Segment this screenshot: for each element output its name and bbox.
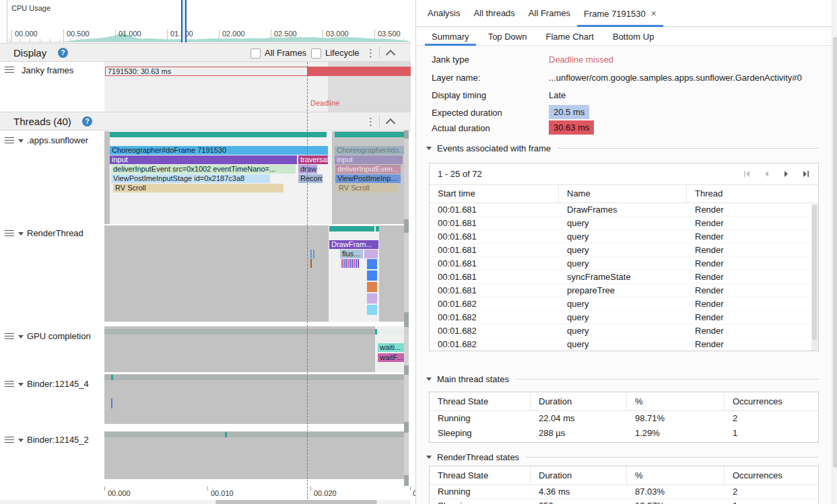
first-page-icon[interactable] — [743, 170, 751, 178]
events-table-scrollbar[interactable] — [811, 204, 818, 351]
triangle-down-icon[interactable] — [18, 383, 24, 386]
thread-label-gpu-completion[interactable]: GPU completion — [27, 331, 91, 341]
trace-event-rv-scroll[interactable]: RV Scroll — [113, 184, 283, 192]
table-row[interactable]: 00:01.681queryRender — [430, 217, 818, 230]
trace-event-rv-scroll-dim[interactable]: RV Scroll — [337, 184, 398, 192]
triangle-down-icon[interactable] — [18, 439, 24, 442]
subtab-top-down[interactable]: Top Down — [481, 28, 534, 46]
selection-range-handle[interactable] — [185, 0, 187, 42]
grip-icon[interactable] — [5, 381, 14, 388]
analysis-panel-scrollbar[interactable] — [832, 0, 837, 504]
thread-state-bar[interactable] — [376, 226, 379, 231]
trace-event-deliver-input-dim[interactable]: deliverInputEven... — [335, 165, 401, 174]
horizontal-scrollbar[interactable] — [0, 500, 411, 504]
grip-icon[interactable] — [5, 67, 14, 73]
table-row[interactable]: 00:01.682queryRender — [430, 324, 818, 338]
collapse-chevron-icon[interactable] — [386, 50, 395, 59]
thread-label-sunflower[interactable]: .apps.sunflower — [27, 135, 88, 145]
triangle-down-icon[interactable] — [18, 139, 24, 143]
grip-icon[interactable] — [5, 333, 14, 340]
thread-label-binder-4[interactable]: Binder:12145_4 — [27, 379, 89, 389]
previous-page-icon[interactable] — [762, 170, 771, 178]
column-header-percent[interactable]: % — [627, 466, 725, 484]
tab-all-threads[interactable]: All threads — [467, 0, 521, 27]
trace-event-input-dim[interactable]: input — [335, 155, 403, 164]
help-icon[interactable]: ? — [82, 116, 92, 127]
column-header-thread-state[interactable]: Thread State — [430, 466, 531, 484]
subtab-flame-chart[interactable]: Flame Chart — [539, 28, 601, 46]
tab-all-frames[interactable]: All Frames — [522, 0, 577, 27]
table-row[interactable]: 00:01.681queryRender — [430, 230, 818, 244]
thread-state-bar[interactable] — [335, 132, 404, 137]
table-row[interactable]: 00:01.682queryRender — [430, 297, 818, 311]
trace-event-choreographer[interactable]: Choreographer#doFrame 7191530 — [110, 146, 328, 155]
all-frames-checkbox-label[interactable]: All Frames — [265, 48, 306, 58]
table-row[interactable]: 00:01.681queryRender — [430, 244, 818, 257]
column-header-occurrences[interactable]: Occurrences — [725, 466, 818, 484]
tab-frame-7191530[interactable]: Frame 7191530× — [577, 0, 663, 27]
trace-event-viewpostime-dim[interactable]: ViewPostImeInp... — [335, 174, 401, 183]
column-header-start-time[interactable]: Start time — [430, 185, 559, 203]
triangle-down-icon[interactable] — [18, 232, 24, 236]
table-row[interactable]: 00:01.681syncFrameStateRender — [430, 271, 818, 284]
table-row[interactable]: 00:01.681queryRender — [430, 257, 818, 271]
table-row-clipped[interactable]: Sleeping 650 µs 12.97% 1 — [430, 499, 818, 504]
lifecycle-checkbox-label[interactable]: Lifecycle — [325, 48, 360, 58]
selection-range-handle[interactable] — [181, 0, 182, 42]
next-page-icon[interactable] — [782, 170, 791, 178]
column-header-duration[interactable]: Duration — [531, 392, 627, 410]
subtab-bottom-up[interactable]: Bottom Up — [606, 28, 661, 46]
grip-icon[interactable] — [5, 137, 14, 144]
table-row[interactable]: 00:01.682queryRender — [430, 311, 818, 324]
column-header-duration[interactable]: Duration — [531, 466, 627, 484]
close-icon[interactable]: × — [651, 8, 657, 19]
thread-label-renderthread[interactable]: RenderThread — [27, 228, 83, 238]
column-header-occurrences[interactable]: Occurrences — [725, 392, 818, 410]
trace-event-draw[interactable]: draw — [298, 165, 317, 174]
trace-event-viewpostime[interactable]: ViewPostImeInputStage id=0x2187c3a8 — [111, 174, 270, 183]
grip-icon[interactable] — [5, 437, 14, 443]
trace-event-drawframes[interactable]: DrawFram... — [329, 240, 378, 249]
trace-event-input[interactable]: input — [110, 155, 297, 164]
trace-event-waiting[interactable]: waiti... — [378, 343, 404, 352]
tab-analysis[interactable]: Analysis — [421, 0, 467, 27]
triangle-down-icon[interactable] — [18, 335, 24, 338]
main-thread-states-header[interactable]: Main thread states — [426, 373, 819, 385]
janky-frame-bar[interactable]: 7191530: 30.63 ms — [105, 67, 308, 76]
table-row[interactable]: 00:01.681DrawFramesRender — [430, 203, 818, 217]
all-frames-checkbox[interactable] — [250, 48, 261, 59]
trace-event-deliver-input[interactable]: deliverInputEvent src=0x1002 eventTimeNa… — [111, 165, 296, 174]
last-page-icon[interactable] — [801, 170, 810, 178]
thread-label-binder-2[interactable]: Binder:12145_2 — [27, 435, 89, 445]
table-row[interactable]: Running 22.04 ms 98.71% 2 — [430, 411, 818, 426]
trace-event-waitfence[interactable]: waitF... — [378, 353, 404, 362]
trace-event-traversal[interactable]: traversal — [298, 155, 328, 164]
column-header-thread[interactable]: Thread — [687, 185, 818, 203]
table-row[interactable]: 00:01.681prepareTreeRender — [430, 284, 818, 297]
column-header-name[interactable]: Name — [559, 185, 687, 203]
trace-event-stripes[interactable] — [341, 259, 359, 268]
column-header-thread-state[interactable]: Thread State — [430, 392, 531, 410]
grip-icon[interactable] — [5, 230, 14, 237]
binder2-track[interactable] — [104, 431, 404, 479]
events-section-header[interactable]: Events associated with frame — [426, 142, 819, 154]
more-options-icon[interactable]: ⋮ — [366, 48, 376, 59]
binder4-track[interactable] — [104, 374, 404, 424]
trace-event-choreographer-dim[interactable]: Choreographer#do... — [335, 146, 404, 155]
analysis-panel-scrollbar-thumb[interactable] — [833, 37, 837, 468]
cpu-usage-panel[interactable]: CPU Usage 00.000 00.500 01.000 01.500 02… — [0, 0, 411, 42]
collapse-chevron-icon[interactable] — [386, 118, 395, 128]
table-row[interactable]: Running 4.36 ms 87.03% 2 — [430, 485, 818, 499]
lifecycle-checkbox[interactable] — [311, 48, 321, 59]
column-header-percent[interactable]: % — [627, 392, 725, 410]
table-row[interactable]: 00:01.682queryRender — [430, 338, 818, 351]
table-row[interactable]: Sleeping 288 µs 1.29% 1 — [430, 426, 818, 441]
trace-event-record[interactable]: Record ... — [298, 174, 323, 183]
subtab-summary[interactable]: Summary — [425, 28, 476, 46]
horizontal-scrollbar-thumb[interactable] — [215, 500, 377, 504]
thread-state-bar[interactable] — [329, 226, 374, 231]
more-options-icon[interactable]: ⋮ — [366, 116, 376, 127]
renderthread-states-header[interactable]: RenderThread states — [426, 451, 819, 463]
help-icon[interactable]: ? — [58, 48, 68, 58]
thread-state-bar[interactable] — [110, 132, 327, 137]
